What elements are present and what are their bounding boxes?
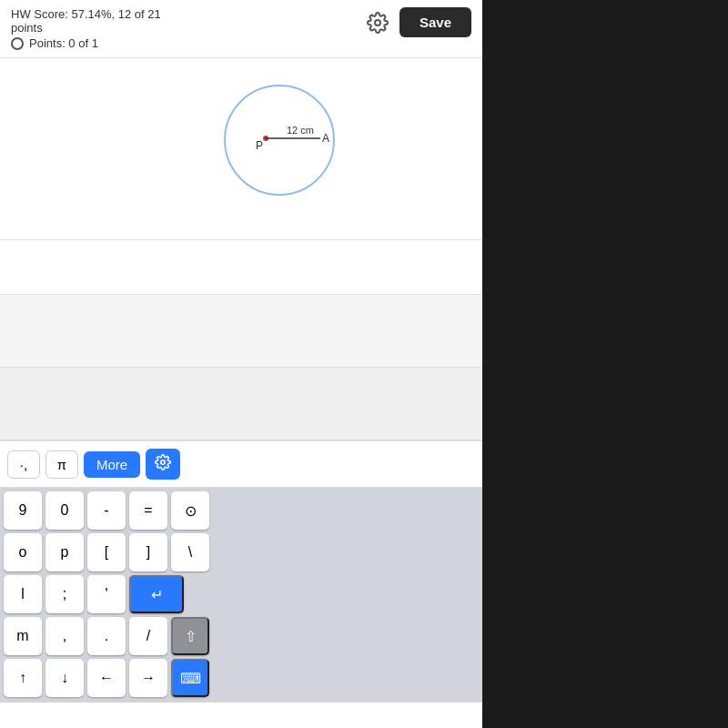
svg-point-0 — [375, 20, 380, 25]
header: HW Score: 57.14%, 12 of 21 points Points… — [0, 0, 482, 58]
key-close-bracket[interactable]: ] — [129, 533, 167, 571]
separator-button[interactable]: ·, — [7, 450, 40, 479]
key-open-bracket[interactable]: [ — [87, 533, 126, 571]
keyboard-row-2: o p [ ] \ — [2, 533, 480, 571]
key-backslash[interactable]: \ — [171, 533, 209, 571]
keyboard-row-1: 9 0 - = ⊙ — [2, 491, 480, 530]
more-button[interactable]: More — [84, 451, 140, 478]
key-up-arrow[interactable]: ↑ — [4, 659, 42, 697]
extra-content-area-1 — [0, 295, 482, 368]
keyboard: 9 0 - = ⊙ o p [ ] \ l ; ' ↵ m , . / ⇧ — [0, 488, 482, 703]
svg-text:P: P — [256, 139, 263, 152]
key-left-arrow[interactable]: ← — [87, 659, 126, 697]
key-0[interactable]: 0 — [46, 491, 84, 530]
svg-text:A: A — [322, 132, 329, 145]
header-right: Save — [365, 7, 471, 37]
settings-icon[interactable] — [365, 10, 390, 35]
key-circle-dot[interactable]: ⊙ — [171, 491, 209, 530]
keyboard-row-3: l ; ' ↵ — [2, 575, 480, 613]
keyboard-row-5: ↑ ↓ ← → ⌨ — [2, 659, 480, 697]
svg-point-1 — [225, 86, 334, 195]
extra-content-area-2 — [0, 368, 482, 440]
key-down-arrow[interactable]: ↓ — [46, 659, 84, 697]
key-shift[interactable]: ⇧ — [171, 617, 209, 655]
pi-button[interactable]: π — [46, 450, 78, 479]
save-button[interactable]: Save — [399, 7, 471, 37]
math-toolbar: ·, π More — [0, 440, 482, 488]
key-semicolon[interactable]: ; — [46, 575, 84, 613]
key-l[interactable]: l — [4, 575, 42, 613]
points-row: Points: 0 of 1 — [11, 36, 161, 50]
key-p[interactable]: p — [46, 533, 84, 571]
key-keyboard-toggle[interactable]: ⌨ — [171, 659, 209, 697]
circle-diagram: 12 cm P A — [216, 76, 343, 204]
key-minus[interactable]: - — [87, 491, 126, 530]
diagram-area: 12 cm P A — [0, 58, 482, 240]
key-o[interactable]: o — [4, 533, 42, 571]
points-circle-icon — [11, 37, 24, 50]
keyboard-row-4: m , . / ⇧ — [2, 617, 480, 655]
key-9[interactable]: 9 — [4, 491, 42, 530]
circle-container: 12 cm P A — [216, 76, 343, 207]
toolbar-gear-button[interactable] — [146, 449, 180, 480]
key-right-arrow[interactable]: → — [129, 659, 167, 697]
key-m[interactable]: m — [4, 617, 42, 655]
svg-point-7 — [161, 460, 166, 465]
answer-input-area[interactable] — [0, 240, 482, 295]
header-left: HW Score: 57.14%, 12 of 21 points Points… — [11, 7, 161, 50]
key-equals[interactable]: = — [129, 491, 167, 530]
svg-text:12 cm: 12 cm — [287, 125, 314, 136]
hw-score-text: HW Score: 57.14%, 12 of 21 — [11, 7, 161, 21]
key-period[interactable]: . — [87, 617, 126, 655]
key-enter[interactable]: ↵ — [129, 575, 184, 613]
key-comma[interactable]: , — [46, 617, 84, 655]
hw-score-suffix: points — [11, 21, 43, 35]
key-apostrophe[interactable]: ' — [87, 575, 126, 613]
key-slash[interactable]: / — [129, 617, 167, 655]
hw-score: HW Score: 57.14%, 12 of 21 points — [11, 7, 161, 35]
points-label: Points: 0 of 1 — [29, 36, 98, 50]
